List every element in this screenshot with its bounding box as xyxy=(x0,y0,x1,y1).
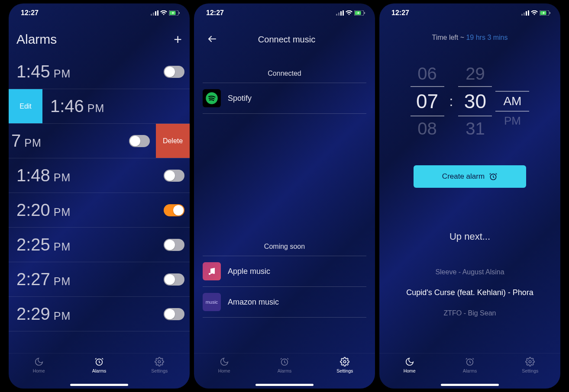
home-indicator[interactable] xyxy=(70,384,128,386)
battery-charging-icon xyxy=(540,10,551,16)
alarm-clock-icon xyxy=(94,357,104,366)
music-service-amazon[interactable]: music Amazon music xyxy=(203,287,366,318)
moon-icon xyxy=(34,357,44,366)
alarm-clock-icon xyxy=(465,357,475,366)
time-separator: : xyxy=(448,93,455,109)
music-service-label: Apple music xyxy=(228,267,270,276)
music-service-label: Spotify xyxy=(228,94,252,103)
up-next-label: Up next... xyxy=(379,231,560,242)
home-indicator[interactable] xyxy=(255,384,314,386)
arrow-left-icon xyxy=(207,34,217,44)
alarm-row[interactable]: 1:48PM xyxy=(9,158,190,193)
connect-music-screen: 12:27 Connect music Connected Spotify Co… xyxy=(194,3,375,389)
svg-point-31 xyxy=(529,360,532,363)
track-item[interactable]: Sleeve - August Alsina xyxy=(379,262,560,282)
svg-rect-15 xyxy=(364,12,365,14)
tab-settings[interactable]: Settings xyxy=(504,357,556,373)
svg-rect-3 xyxy=(157,10,158,16)
svg-rect-28 xyxy=(550,12,550,14)
battery-charging-icon xyxy=(354,10,365,16)
alarm-row[interactable]: 7PM Delete xyxy=(9,124,190,158)
status-bar: 12:27 xyxy=(194,3,375,22)
svg-rect-25 xyxy=(528,10,529,16)
svg-rect-24 xyxy=(526,11,527,16)
add-alarm-button[interactable]: + xyxy=(174,32,182,46)
alarm-clock-icon xyxy=(489,172,498,181)
alarm-row[interactable]: 2:25PM xyxy=(9,228,190,262)
edit-button[interactable]: Edit xyxy=(9,89,42,123)
tab-home[interactable]: Home xyxy=(384,357,436,373)
svg-rect-1 xyxy=(153,13,154,16)
gear-icon xyxy=(155,357,164,366)
status-bar: 12:27 xyxy=(9,3,190,22)
music-service-spotify[interactable]: Spotify xyxy=(203,83,366,114)
track-list[interactable]: Sleeve - August Alsina Cupid's Curse (fe… xyxy=(379,262,560,323)
alarm-list: 1:45PM Edit 1:46PM 7PM Delete 1:48PM 2:2… xyxy=(9,55,190,331)
svg-rect-6 xyxy=(179,12,180,14)
wifi-icon xyxy=(160,10,167,16)
alarms-content: Alarms + 1:45PM Edit 1:46PM 7PM Delete 1… xyxy=(9,22,190,353)
track-item[interactable]: ZTFO - Big Sean xyxy=(379,303,560,323)
tab-alarms[interactable]: Alarms xyxy=(73,357,125,373)
hour-picker[interactable]: 06 07 08 xyxy=(411,61,444,141)
status-time: 12:27 xyxy=(206,9,336,17)
alarm-toggle[interactable] xyxy=(164,308,184,320)
battery-charging-icon xyxy=(169,10,180,16)
amazon-music-icon: music xyxy=(203,293,221,311)
alarm-toggle[interactable] xyxy=(164,170,184,182)
tab-alarms[interactable]: Alarms xyxy=(444,357,496,373)
page-title: Connect music xyxy=(207,35,366,45)
status-time: 12:27 xyxy=(391,9,521,17)
ampm-picker[interactable]: . AM PM xyxy=(495,72,529,130)
alarm-toggle[interactable] xyxy=(164,239,184,251)
tab-alarms[interactable]: Alarms xyxy=(259,357,310,373)
alarm-row[interactable]: 2:20PM xyxy=(9,193,190,228)
alarms-screen: 12:27 Alarms + 1:45PM Edit 1:46PM 7PM De… xyxy=(9,3,190,389)
moon-icon xyxy=(405,357,414,366)
connected-section-label: Connected xyxy=(203,53,366,83)
moon-icon xyxy=(220,357,229,366)
tab-bar: Home Alarms Settings xyxy=(194,353,375,389)
cellular-icon xyxy=(336,10,344,16)
svg-point-21 xyxy=(344,360,346,363)
svg-point-8 xyxy=(158,360,161,363)
tab-settings[interactable]: Settings xyxy=(133,357,185,373)
time-picker[interactable]: 06 07 08 : 29 30 31 . AM PM xyxy=(379,61,560,141)
svg-rect-22 xyxy=(521,14,523,16)
spotify-icon xyxy=(203,89,221,107)
svg-rect-2 xyxy=(155,11,156,16)
cellular-icon xyxy=(521,10,529,16)
tab-bar: Home Alarms Settings xyxy=(379,353,560,389)
alarm-toggle[interactable] xyxy=(129,135,150,147)
track-item[interactable]: Cupid's Curse (feat. Kehlani) - Phora xyxy=(379,282,560,303)
svg-rect-10 xyxy=(338,13,339,16)
svg-point-18 xyxy=(209,273,210,275)
alarm-toggle[interactable] xyxy=(164,273,184,286)
tab-home[interactable]: Home xyxy=(198,357,250,373)
delete-button[interactable]: Delete xyxy=(156,124,190,158)
alarm-row[interactable]: 2:27PM xyxy=(9,262,190,297)
status-icons xyxy=(336,10,365,16)
create-alarm-button[interactable]: Create alarm xyxy=(414,165,526,188)
coming-section-label: Coming soon xyxy=(203,226,366,256)
tab-settings[interactable]: Settings xyxy=(319,357,371,373)
music-service-label: Amazon music xyxy=(228,298,279,307)
alarm-toggle[interactable] xyxy=(164,204,184,216)
time-left-label: Time left ~ 19 hrs 3 mins xyxy=(379,22,560,46)
alarm-row[interactable]: 2:29PM xyxy=(9,297,190,331)
wifi-icon xyxy=(531,10,538,16)
svg-rect-12 xyxy=(343,10,344,16)
alarm-toggle[interactable] xyxy=(164,66,184,78)
status-bar: 12:27 xyxy=(379,3,560,22)
alarm-row[interactable]: 1:45PM xyxy=(9,55,190,89)
back-button[interactable] xyxy=(207,34,217,46)
tab-home[interactable]: Home xyxy=(13,357,65,373)
svg-rect-23 xyxy=(524,13,525,16)
status-icons xyxy=(151,10,180,16)
gear-icon xyxy=(525,357,535,366)
music-service-apple[interactable]: Apple music xyxy=(203,256,366,287)
home-indicator[interactable] xyxy=(441,384,499,386)
minute-picker[interactable]: 29 30 31 xyxy=(458,61,492,141)
music-content: Connect music Connected Spotify Coming s… xyxy=(194,22,375,353)
alarm-row[interactable]: Edit 1:46PM xyxy=(9,89,190,124)
